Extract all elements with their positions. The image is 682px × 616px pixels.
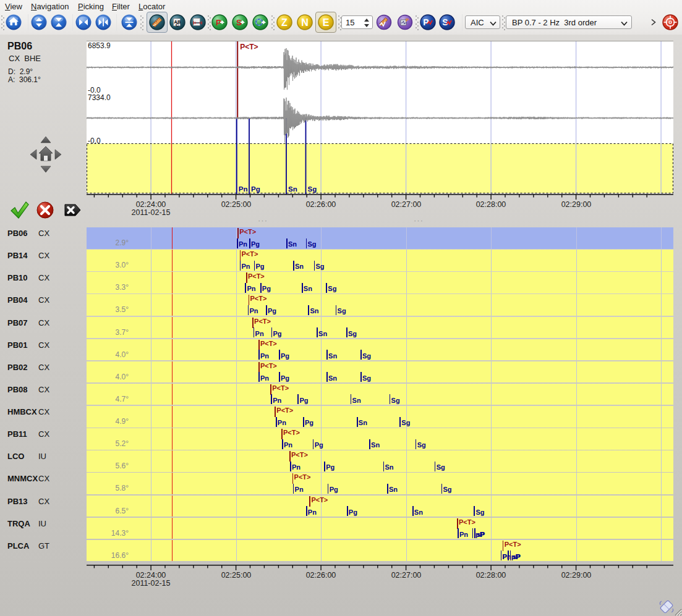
- svg-text:Z: Z: [281, 17, 288, 28]
- svg-text:Sg: Sg: [308, 185, 317, 193]
- svg-text:Pg: Pg: [251, 185, 260, 193]
- svg-text:Sn: Sn: [288, 185, 297, 193]
- svg-text:Pn: Pn: [239, 185, 248, 193]
- svg-text:P<T>: P<T>: [240, 43, 258, 51]
- svg-text:N: N: [301, 17, 309, 28]
- svg-text:P: P: [406, 17, 409, 23]
- svg-text:C: C: [176, 22, 179, 28]
- svg-text:E: E: [323, 17, 330, 28]
